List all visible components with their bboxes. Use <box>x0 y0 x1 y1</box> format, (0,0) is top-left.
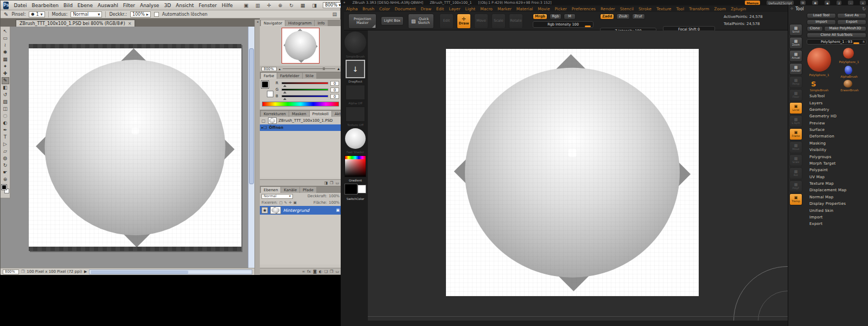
zbrush-menu-item[interactable]: Marker <box>497 7 512 11</box>
layer-visibility-eye-icon[interactable]: ◉ <box>261 207 268 214</box>
vertical-scrollbar-thumb[interactable] <box>249 48 254 184</box>
right-shelf-button[interactable]: ▩AAHalf <box>789 63 802 75</box>
tool-section-header[interactable]: SubTool <box>807 93 866 99</box>
toolbox-tool[interactable]: ▱ <box>2 148 9 155</box>
tool-section-header[interactable]: Texture Map <box>807 180 866 187</box>
zbrush-menu-item[interactable]: Light <box>465 7 475 11</box>
menu-item[interactable]: Ebene <box>78 3 93 8</box>
default-zscript-button[interactable]: DefaultZScript <box>767 1 793 5</box>
zbrush-menu-item[interactable]: Stencil <box>620 7 634 11</box>
tool-palette-header[interactable]: ⟡ Tool ↻ <box>788 5 868 12</box>
fill-value[interactable]: 100% <box>329 200 340 205</box>
background-color-swatch[interactable] <box>267 91 273 97</box>
zbrush-menu-item[interactable]: Alpha <box>346 7 358 11</box>
statusbar-zoom-field[interactable]: 800% <box>3 269 19 274</box>
navigator-proxy-view[interactable] <box>282 28 320 64</box>
zbrush-menu-item[interactable]: Zoom <box>714 7 726 11</box>
paint-mode-button[interactable]: M <box>564 14 576 20</box>
panel-tab[interactable]: Navigator <box>261 20 285 26</box>
right-shelf-button[interactable]: ▩Rot <box>789 167 802 179</box>
toolbox-tool[interactable]: ◍ <box>2 155 9 162</box>
right-shelf-button[interactable]: ▩Zoom <box>789 37 802 49</box>
zoom-in-icon[interactable]: ▴ <box>337 66 340 71</box>
vertical-scrollbar[interactable] <box>248 27 254 268</box>
toolbox-tool[interactable]: T <box>2 134 9 141</box>
toolbox-tool[interactable]: ◧ <box>2 84 9 91</box>
tool-section-header[interactable]: Deformation <box>807 133 866 140</box>
zbrush-menu-item[interactable]: Edit <box>436 7 444 11</box>
appbar-icon[interactable]: ✛ <box>266 3 272 8</box>
menu-item[interactable]: Fenster <box>199 3 216 8</box>
toolbox-tool[interactable]: ▷ <box>2 141 9 148</box>
zbrush-menu-item[interactable]: Stroke <box>639 7 652 11</box>
right-shelf-button[interactable]: ▣Local <box>789 102 802 114</box>
tool-section-header[interactable]: Masking <box>807 140 866 147</box>
zbrush-menu-item[interactable]: Transform <box>689 7 709 11</box>
load-tool-button[interactable]: Load Tool <box>807 13 836 18</box>
statusbar-expand-arrow[interactable]: ▶ <box>84 269 87 274</box>
layers-footer-icon[interactable]: ∞ <box>302 269 305 274</box>
toolbox-tool[interactable]: ✱ <box>2 49 9 56</box>
channel-slider-row[interactable]: G 0 <box>273 86 341 93</box>
titlebar-mini-button-2[interactable]: ✱ <box>812 1 818 5</box>
zbrush-menu-item[interactable]: Brush <box>362 7 374 11</box>
palette-reload-icon[interactable]: ↻ <box>862 7 866 11</box>
panel-tab[interactable]: Farbfelder <box>277 73 302 79</box>
light-box-button[interactable]: Light Box <box>381 16 404 26</box>
menu-item[interactable]: Bearbeiten <box>32 3 59 8</box>
foreground-color-swatch[interactable] <box>261 81 269 88</box>
layers-footer-icon[interactable]: fx <box>307 269 311 274</box>
tool-section-header[interactable]: Unified Skin <box>807 207 866 214</box>
panel-tab[interactable]: Stile <box>303 73 316 79</box>
tool-section-header[interactable]: Display Properties <box>807 200 866 207</box>
mode-button[interactable]: Rotate <box>509 14 523 29</box>
zbrush-canvas[interactable] <box>368 30 788 321</box>
toolbox-tool[interactable]: ▭ <box>2 35 9 42</box>
channel-value-field[interactable]: 0 <box>330 81 339 86</box>
stroke-dragrect-icon[interactable]: ↓ <box>346 60 365 78</box>
history-footer-icon[interactable]: ◨ <box>324 181 328 185</box>
layers-footer-icon[interactable]: ❐ <box>330 269 333 274</box>
layer-blend-mode-select[interactable]: Normal▾ <box>261 194 293 199</box>
toolbox-tool[interactable]: ✚ <box>2 70 9 77</box>
sculpt-mode-button[interactable]: Zsub <box>616 14 629 20</box>
navigator-zoom-slider[interactable] <box>283 68 335 69</box>
toolbox-tool[interactable]: ⊕ <box>2 176 9 183</box>
pencil-tool-icon[interactable]: ✎ <box>4 11 8 17</box>
projection-master-button[interactable]: Projection Master <box>348 14 376 29</box>
channel-slider-thumb[interactable] <box>283 98 286 100</box>
zbrush-menu-item[interactable]: Preferences <box>572 7 596 11</box>
zoom-level-select[interactable]: 800% ▾ <box>323 2 343 8</box>
photoshop-document[interactable] <box>29 44 241 251</box>
close-button[interactable]: × <box>860 1 866 5</box>
toolbox-tool[interactable]: ☛ <box>2 169 9 176</box>
color-panel-swatches[interactable] <box>261 81 273 101</box>
toolbox-tool[interactable]: ✦ <box>2 63 9 70</box>
make-polymesh3d-button[interactable]: Make PolyMesh3D <box>824 26 866 32</box>
color-swatches[interactable] <box>2 185 9 193</box>
tab-close-icon[interactable]: × <box>128 21 132 26</box>
tool-section-header[interactable]: Geometry HD <box>807 113 866 120</box>
toolbox-tool[interactable]: ◌ <box>2 112 9 120</box>
paint-mode-button[interactable]: Rgb <box>550 14 561 20</box>
layer-row-selected[interactable]: ◉ Hintergrund ▣ <box>260 206 341 215</box>
sculpt-mode-button[interactable]: Zadd <box>600 14 614 20</box>
panel-tab[interactable]: Pfade <box>300 187 316 193</box>
mode-button[interactable]: Scale <box>492 14 506 29</box>
right-shelf-button[interactable]: ▩Scroll <box>789 24 802 36</box>
toolbox-tool[interactable]: ✎ <box>2 77 9 84</box>
right-shelf-button[interactable]: ▩Floor <box>789 89 802 101</box>
horizontal-scrollbar-thumb[interactable] <box>91 271 188 274</box>
toolbox-tool[interactable]: ≀ <box>2 42 9 49</box>
navigator-zoom-input[interactable]: 800% <box>261 67 277 71</box>
layers-footer-icon[interactable]: ▭ <box>335 269 339 274</box>
menu-item[interactable]: 3D <box>164 3 171 8</box>
panel-tab[interactable]: Protokoll <box>310 111 331 117</box>
color-swatches[interactable] <box>344 184 366 196</box>
appbar-icon[interactable]: ▣ <box>242 3 250 8</box>
toolbox-tool[interactable]: ◐ <box>2 120 9 127</box>
zbrush-menu-item[interactable]: Zplugin <box>731 7 746 11</box>
zbrush-menu-item[interactable]: Movie <box>538 7 550 11</box>
channel-value-field[interactable]: 0 <box>330 94 339 99</box>
current-brush-icon[interactable] <box>344 32 366 53</box>
